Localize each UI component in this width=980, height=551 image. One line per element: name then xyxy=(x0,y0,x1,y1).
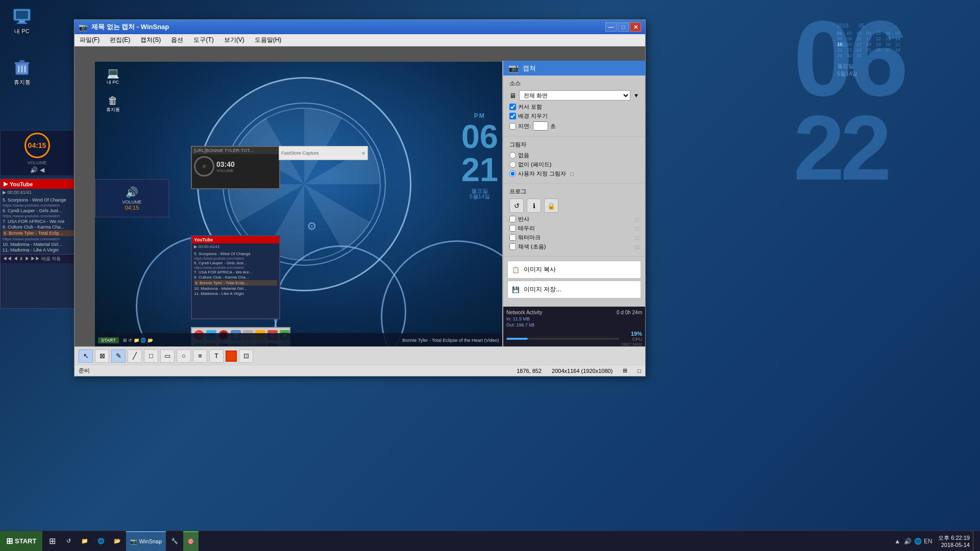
trash-label: 휴지통 xyxy=(14,79,31,86)
winsnap-window: 📷 제목 없는 캡처 - WinSnap — □ ✕ 파일(F) 편집(E) 캡… xyxy=(74,19,646,377)
lock-btn[interactable]: 🔒 xyxy=(544,198,558,213)
crop-tool[interactable]: ⊠ xyxy=(95,349,109,363)
watermark-label: 워터마크 xyxy=(518,234,541,241)
taskbar-btn-6[interactable]: 🔧 xyxy=(167,531,182,551)
source-label: 소스 xyxy=(509,80,639,87)
desktop-volume-widget: 04:15 VOLUME 🔊 ◀ xyxy=(0,130,74,176)
maximize-button[interactable]: □ xyxy=(618,22,629,32)
watermark-option: 워터마크 □ xyxy=(509,234,639,241)
tray-lang[interactable]: EN xyxy=(924,537,932,545)
taskbar-btn-7[interactable]: 🎯 xyxy=(183,531,199,551)
delay-input[interactable] xyxy=(533,121,548,131)
cursor-option: 커서 포함 xyxy=(509,103,639,111)
watermark-checkbox[interactable] xyxy=(509,234,516,241)
delay-checkbox[interactable] xyxy=(509,123,516,130)
hatch-tool[interactable]: ≡ xyxy=(193,349,207,363)
desktop: 06 22 2018 05 01020304050607 08091011121… xyxy=(0,0,980,551)
color-swatch[interactable] xyxy=(226,350,237,362)
capture-panel-title: 캡쳐 xyxy=(523,64,536,73)
color-option: 채색 (초음) □ xyxy=(509,243,639,251)
tray-arrow[interactable]: ▲ xyxy=(893,537,901,545)
taskbar-winsnap-btn[interactable]: 📷 WinSnap xyxy=(126,531,166,551)
shadow-custom-label: 사용자 지정 그림자 xyxy=(518,170,566,178)
shadow-section: 그림자 없음 없이 (페이드) 사용자 지정 그림자 □ xyxy=(503,137,645,184)
minimize-button[interactable]: — xyxy=(605,22,617,32)
vol-label: VOLUME xyxy=(27,160,46,165)
border-checkbox[interactable] xyxy=(509,225,516,232)
window-titlebar: 📷 제목 없는 캡처 - WinSnap — □ ✕ xyxy=(75,20,645,34)
shadow-none-label: 없음 xyxy=(518,152,529,159)
source-select[interactable]: 전체 화면 xyxy=(519,90,630,101)
taskbar-btn-4[interactable]: 🌐 xyxy=(93,531,109,551)
shadow-custom-radio[interactable] xyxy=(509,170,516,177)
rounded-rect-tool[interactable]: ▭ xyxy=(160,349,175,363)
source-row: 🖥 전체 화면 ▼ xyxy=(509,90,639,101)
taskbar-btn-2[interactable]: ↺ xyxy=(61,531,76,551)
taskbar-btn-1[interactable]: ⊞ xyxy=(44,531,60,551)
yt-current-time: ▶ 00:00:41/41 xyxy=(1,189,81,196)
info-btn[interactable]: ℹ xyxy=(527,198,541,213)
capture-panel-header: 📷 캡쳐 xyxy=(503,61,645,76)
vol-controls: 🔊 ◀ xyxy=(30,166,44,173)
start-button[interactable]: ⊞ START xyxy=(0,531,42,551)
pen-tool[interactable]: ✎ xyxy=(111,349,126,363)
show-desktop-btn[interactable] xyxy=(973,531,976,551)
my-pc-label: 내 PC xyxy=(14,28,29,35)
desktop-icon-my-pc[interactable]: 내 PC xyxy=(4,4,40,37)
cpu-freq: 2607 MHz xyxy=(621,342,642,346)
net-activity-row: Network Activity 0 d 0h 24m xyxy=(506,310,642,315)
color-checkbox[interactable] xyxy=(509,243,516,250)
desktop-icon-trash[interactable]: 휴지통 xyxy=(4,55,40,88)
tray-sound[interactable]: 🔊 xyxy=(903,537,912,545)
menu-options[interactable]: 옵션 xyxy=(166,34,188,46)
status-dims: 2004x1164 (980x551) xyxy=(552,368,612,374)
status-bar: 준비 1876, 852 2004x1164 (980x551) ⊞□ xyxy=(75,365,645,376)
taskbar-btn-3[interactable]: 📁 xyxy=(77,531,92,551)
menu-help[interactable]: 도움말(H) xyxy=(250,34,287,46)
inner-volume-widget: 🔊 VOLUME 04:15 xyxy=(95,179,169,217)
menu-file[interactable]: 파일(F) xyxy=(75,34,105,46)
svg-rect-6 xyxy=(19,60,24,63)
yt-playlist: 5. Scorpions - Wind Of Change https://ww… xyxy=(1,196,81,254)
drawing-toolbar: ↖ ⊠ ✎ ╱ □ ▭ ○ ≡ T ⊡ xyxy=(75,346,645,365)
screenshot-taskbar: START ⊞ ↺ 📁 🌐 📂 Bonnie Tyler - Total Ecl… xyxy=(95,333,559,346)
menu-capture[interactable]: 캡처(S) xyxy=(135,34,166,46)
start-icon: ⊞ xyxy=(6,536,13,546)
desktop-clock-decoration: 06 22 xyxy=(793,10,904,189)
taskbar-items: ⊞ ↺ 📁 🌐 📂 📷 WinSnap 🔧 🎯 xyxy=(42,531,201,551)
menu-edit[interactable]: 편집(E) xyxy=(105,34,135,46)
refresh-btn[interactable]: ↺ xyxy=(509,198,524,213)
status-text: 준비 xyxy=(79,367,90,374)
delay-unit: 초 xyxy=(550,122,556,130)
ellipse-tool[interactable]: ○ xyxy=(177,349,191,363)
rect-tool[interactable]: □ xyxy=(144,349,158,363)
more-tool[interactable]: ⊡ xyxy=(239,349,253,363)
text-tool[interactable]: T xyxy=(209,349,224,363)
line-tool[interactable]: ╱ xyxy=(128,349,142,363)
net-out-value: Out: 196.7 kB xyxy=(506,322,642,328)
cursor-checkbox[interactable] xyxy=(509,104,516,110)
select-tool[interactable]: ↖ xyxy=(79,349,93,363)
inner-clock-display: PM 06 21 월요일 5월14일 xyxy=(461,113,498,199)
inner-youtube-list: YouTube ▶ 00:00:41/41 5. Scorpions - Win… xyxy=(191,235,280,319)
save-image-button[interactable]: 💾 이미지 저장... xyxy=(507,281,641,298)
bg-remove-option: 배경 지우기 xyxy=(509,112,639,120)
cursor-label: 커서 포함 xyxy=(518,103,542,111)
border-option: 테두리 □ xyxy=(509,224,639,232)
inner-desktop-icon-pc: 💻 내 PC xyxy=(100,67,126,86)
cpu-label: CPU xyxy=(632,337,642,342)
reflect-checkbox[interactable] xyxy=(509,216,516,222)
menu-view[interactable]: 보기(V) xyxy=(219,34,250,46)
copy-image-button[interactable]: 📋 이미지 복사 xyxy=(507,261,641,279)
screenshot-preview: ⚙ ⚙ PM 06 21 월요일 5월14일 2018 05 010203040… xyxy=(95,62,559,346)
close-button[interactable]: ✕ xyxy=(630,22,641,32)
status-coords: 1876, 852 xyxy=(517,368,542,374)
shadow-none-radio[interactable] xyxy=(509,152,516,159)
window-title: 제목 없는 캡처 - WinSnap xyxy=(91,22,169,32)
bg-remove-checkbox[interactable] xyxy=(509,113,516,119)
shadow-fade-radio[interactable] xyxy=(509,161,516,168)
net-in-value: In: 11.5 MB xyxy=(506,316,642,321)
menu-tools[interactable]: 도구(T) xyxy=(188,34,218,46)
taskbar-btn-5[interactable]: 📂 xyxy=(110,531,125,551)
tray-network[interactable]: 🌐 xyxy=(914,537,922,545)
